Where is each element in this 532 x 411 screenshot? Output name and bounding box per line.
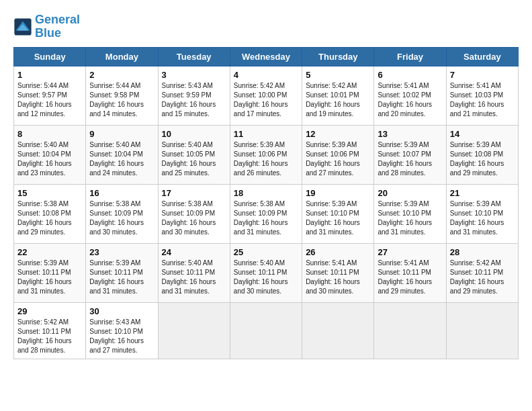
day-number: 21 (450, 188, 515, 198)
calendar-week-3: 15 Sunrise: 5:38 AM Sunset: 10:08 PM Day… (14, 184, 519, 243)
day-number: 3 (162, 70, 226, 80)
calendar-cell: 28 Sunrise: 5:42 AM Sunset: 10:11 PM Day… (446, 243, 518, 302)
calendar-cell: 22 Sunrise: 5:39 AM Sunset: 10:11 PM Day… (14, 243, 86, 302)
column-header-wednesday: Wednesday (230, 47, 302, 66)
calendar-cell: 27 Sunrise: 5:41 AM Sunset: 10:11 PM Day… (374, 243, 446, 302)
day-info: Sunrise: 5:44 AM Sunset: 9:58 PM Dayligh… (89, 81, 154, 119)
day-number: 9 (89, 129, 154, 139)
day-info: Sunrise: 5:39 AM Sunset: 10:10 PM Daylig… (378, 199, 442, 237)
day-info: Sunrise: 5:42 AM Sunset: 10:00 PM Daylig… (234, 81, 298, 119)
calendar-cell: 23 Sunrise: 5:39 AM Sunset: 10:11 PM Day… (86, 243, 158, 302)
calendar-cell (230, 302, 302, 359)
calendar-cell: 29 Sunrise: 5:42 AM Sunset: 10:11 PM Day… (14, 302, 86, 359)
day-info: Sunrise: 5:41 AM Sunset: 10:03 PM Daylig… (450, 81, 515, 119)
calendar-cell: 3 Sunrise: 5:43 AM Sunset: 9:59 PM Dayli… (158, 66, 230, 125)
day-info: Sunrise: 5:39 AM Sunset: 10:11 PM Daylig… (89, 259, 154, 296)
calendar-cell: 6 Sunrise: 5:41 AM Sunset: 10:02 PM Dayl… (374, 66, 446, 125)
column-header-sunday: Sunday (14, 47, 86, 66)
day-number: 24 (162, 247, 226, 257)
day-number: 28 (450, 247, 515, 257)
calendar-header-row: SundayMondayTuesdayWednesdayThursdayFrid… (14, 47, 519, 66)
day-info: Sunrise: 5:39 AM Sunset: 10:11 PM Daylig… (17, 259, 82, 296)
day-number: 16 (89, 188, 154, 198)
calendar-cell: 4 Sunrise: 5:42 AM Sunset: 10:00 PM Dayl… (230, 66, 302, 125)
day-number: 7 (450, 70, 515, 80)
day-info: Sunrise: 5:38 AM Sunset: 10:08 PM Daylig… (17, 199, 82, 237)
page-header: General Blue (13, 13, 519, 40)
day-info: Sunrise: 5:40 AM Sunset: 10:04 PM Daylig… (89, 140, 154, 178)
calendar-cell: 8 Sunrise: 5:40 AM Sunset: 10:04 PM Dayl… (14, 125, 86, 184)
calendar-cell: 7 Sunrise: 5:41 AM Sunset: 10:03 PM Dayl… (446, 66, 518, 125)
calendar-cell: 25 Sunrise: 5:40 AM Sunset: 10:11 PM Day… (230, 243, 302, 302)
day-number: 14 (450, 129, 515, 139)
column-header-saturday: Saturday (446, 47, 518, 66)
day-info: Sunrise: 5:39 AM Sunset: 10:06 PM Daylig… (306, 140, 370, 178)
calendar-cell: 5 Sunrise: 5:42 AM Sunset: 10:01 PM Dayl… (302, 66, 374, 125)
day-number: 22 (17, 247, 82, 257)
day-info: Sunrise: 5:41 AM Sunset: 10:02 PM Daylig… (378, 81, 442, 119)
calendar-cell: 10 Sunrise: 5:40 AM Sunset: 10:05 PM Day… (158, 125, 230, 184)
day-info: Sunrise: 5:43 AM Sunset: 9:59 PM Dayligh… (162, 81, 226, 119)
column-header-tuesday: Tuesday (158, 47, 230, 66)
calendar-cell (302, 302, 374, 359)
day-info: Sunrise: 5:41 AM Sunset: 10:11 PM Daylig… (306, 259, 370, 296)
calendar-cell: 16 Sunrise: 5:38 AM Sunset: 10:09 PM Day… (86, 184, 158, 243)
calendar-cell: 13 Sunrise: 5:39 AM Sunset: 10:07 PM Day… (374, 125, 446, 184)
calendar-cell: 17 Sunrise: 5:38 AM Sunset: 10:09 PM Day… (158, 184, 230, 243)
day-info: Sunrise: 5:40 AM Sunset: 10:05 PM Daylig… (162, 140, 226, 178)
calendar-cell: 20 Sunrise: 5:39 AM Sunset: 10:10 PM Day… (374, 184, 446, 243)
day-number: 18 (234, 188, 298, 198)
day-info: Sunrise: 5:39 AM Sunset: 10:06 PM Daylig… (234, 140, 298, 178)
day-number: 25 (234, 247, 298, 257)
day-number: 19 (306, 188, 370, 198)
calendar-cell: 11 Sunrise: 5:39 AM Sunset: 10:06 PM Day… (230, 125, 302, 184)
day-number: 11 (234, 129, 298, 139)
day-number: 13 (378, 129, 442, 139)
day-info: Sunrise: 5:38 AM Sunset: 10:09 PM Daylig… (89, 199, 154, 237)
calendar-cell: 14 Sunrise: 5:39 AM Sunset: 10:08 PM Day… (446, 125, 518, 184)
day-number: 10 (162, 129, 226, 139)
column-header-friday: Friday (374, 47, 446, 66)
day-info: Sunrise: 5:38 AM Sunset: 10:09 PM Daylig… (162, 199, 226, 237)
day-number: 29 (17, 306, 82, 316)
column-header-thursday: Thursday (302, 47, 374, 66)
calendar-week-4: 22 Sunrise: 5:39 AM Sunset: 10:11 PM Day… (14, 243, 519, 302)
day-number: 1 (17, 70, 82, 80)
day-number: 20 (378, 188, 442, 198)
calendar-cell: 18 Sunrise: 5:38 AM Sunset: 10:09 PM Day… (230, 184, 302, 243)
calendar-cell: 21 Sunrise: 5:39 AM Sunset: 10:10 PM Day… (446, 184, 518, 243)
day-number: 17 (162, 188, 226, 198)
calendar-cell: 26 Sunrise: 5:41 AM Sunset: 10:11 PM Day… (302, 243, 374, 302)
calendar-week-1: 1 Sunrise: 5:44 AM Sunset: 9:57 PM Dayli… (14, 66, 519, 125)
day-number: 30 (89, 306, 154, 316)
calendar-cell: 15 Sunrise: 5:38 AM Sunset: 10:08 PM Day… (14, 184, 86, 243)
day-info: Sunrise: 5:38 AM Sunset: 10:09 PM Daylig… (234, 199, 298, 237)
day-info: Sunrise: 5:42 AM Sunset: 10:11 PM Daylig… (17, 318, 82, 355)
day-number: 4 (234, 70, 298, 80)
day-number: 5 (306, 70, 370, 80)
day-info: Sunrise: 5:40 AM Sunset: 10:11 PM Daylig… (234, 259, 298, 296)
calendar-cell: 9 Sunrise: 5:40 AM Sunset: 10:04 PM Dayl… (86, 125, 158, 184)
day-info: Sunrise: 5:39 AM Sunset: 10:10 PM Daylig… (450, 199, 515, 237)
day-number: 6 (378, 70, 442, 80)
logo-icon (13, 17, 32, 36)
day-info: Sunrise: 5:39 AM Sunset: 10:10 PM Daylig… (306, 199, 370, 237)
calendar-cell: 1 Sunrise: 5:44 AM Sunset: 9:57 PM Dayli… (14, 66, 86, 125)
calendar-cell (374, 302, 446, 359)
day-info: Sunrise: 5:40 AM Sunset: 10:11 PM Daylig… (162, 259, 226, 296)
day-info: Sunrise: 5:41 AM Sunset: 10:11 PM Daylig… (378, 259, 442, 296)
column-header-monday: Monday (86, 47, 158, 66)
calendar-week-5: 29 Sunrise: 5:42 AM Sunset: 10:11 PM Day… (14, 302, 519, 359)
day-number: 23 (89, 247, 154, 257)
logo: General Blue (13, 13, 80, 40)
day-info: Sunrise: 5:42 AM Sunset: 10:01 PM Daylig… (306, 81, 370, 119)
day-number: 8 (17, 129, 82, 139)
day-info: Sunrise: 5:40 AM Sunset: 10:04 PM Daylig… (17, 140, 82, 178)
calendar-table: SundayMondayTuesdayWednesdayThursdayFrid… (13, 47, 519, 359)
calendar-cell: 12 Sunrise: 5:39 AM Sunset: 10:06 PM Day… (302, 125, 374, 184)
day-number: 12 (306, 129, 370, 139)
calendar-cell (446, 302, 518, 359)
day-info: Sunrise: 5:39 AM Sunset: 10:07 PM Daylig… (378, 140, 442, 178)
day-number: 15 (17, 188, 82, 198)
calendar-cell: 30 Sunrise: 5:43 AM Sunset: 10:10 PM Day… (86, 302, 158, 359)
